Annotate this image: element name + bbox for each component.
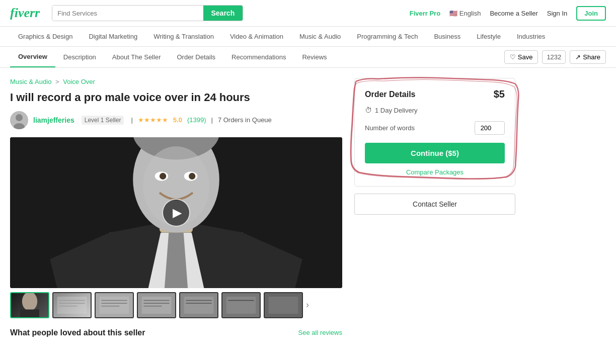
gig-title: I will record a pro male voice over in 2… (10, 90, 342, 105)
tab-recommendations[interactable]: Recommendations (223, 47, 294, 67)
header: fiverr Search Fiverr Pro 🇺🇸 English Beco… (0, 0, 616, 27)
breadcrumb: Music & Audio > Voice Over (10, 78, 342, 85)
order-price: $5 (494, 88, 505, 100)
divider2: | (211, 116, 212, 124)
tab-actions: ♡ Save 1232 ↗ Share (504, 50, 606, 64)
thumbnail-2[interactable] (52, 292, 92, 318)
tab-order-details[interactable]: Order Details (169, 47, 223, 67)
main-nav: Graphics & Design Digital Marketing Writ… (0, 27, 616, 47)
continue-button[interactable]: Continue ($5) (365, 143, 505, 163)
svg-rect-35 (269, 297, 298, 314)
svg-point-16 (22, 292, 37, 311)
heart-icon: ♡ (510, 53, 516, 61)
nav-writing[interactable]: Writing & Translation (145, 27, 222, 46)
svg-point-1 (16, 114, 23, 121)
divider: | (131, 116, 132, 124)
play-icon: ▶ (173, 206, 182, 220)
delivery-info: ⏱ 1 Day Delivery (365, 106, 505, 114)
contact-seller-button[interactable]: Contact Seller (354, 194, 515, 215)
nav-programming[interactable]: Programming & Tech (349, 27, 426, 46)
share-button[interactable]: ↗ Share (570, 50, 606, 64)
seller-name[interactable]: liamjefferies (33, 116, 74, 124)
join-button[interactable]: Join (576, 6, 606, 21)
section-loved: What people loved about this seller See … (10, 328, 342, 337)
header-right: Fiverr Pro 🇺🇸 English Become a Seller Si… (410, 6, 606, 21)
order-card-wrapper: Order Details $5 ⏱ 1 Day Delivery Number… (354, 78, 515, 187)
rating-value: 5.0 (173, 116, 182, 124)
svg-rect-26 (142, 297, 172, 314)
save-count: 1232 (542, 50, 566, 64)
nav-business[interactable]: Business (426, 27, 469, 46)
see-all-reviews[interactable]: See all reviews (298, 329, 342, 336)
svg-rect-22 (100, 297, 129, 314)
thumbnail-3[interactable] (95, 292, 134, 318)
play-button[interactable]: ▶ (162, 199, 190, 227)
svg-rect-33 (226, 297, 256, 314)
nav-video[interactable]: Video & Animation (222, 27, 291, 46)
become-seller-link[interactable]: Become a Seller (490, 10, 537, 17)
delivery-label: 1 Day Delivery (375, 107, 418, 114)
search-bar: Search (52, 5, 243, 21)
svg-point-14 (160, 172, 166, 179)
sign-in-link[interactable]: Sign In (547, 10, 567, 17)
breadcrumb-category[interactable]: Music & Audio (10, 78, 51, 85)
seller-info: liamjefferies Level 1 Seller | ★★★★★ 5.0… (10, 111, 342, 129)
tab-about-seller[interactable]: About The Seller (104, 47, 169, 67)
clock-icon: ⏱ (365, 106, 372, 114)
fiverr-pro-link[interactable]: Fiverr Pro (410, 10, 440, 17)
breadcrumb-subcategory[interactable]: Voice Over (63, 78, 95, 85)
thumbnail-6[interactable] (221, 292, 261, 318)
thumbnail-7[interactable] (264, 292, 303, 318)
order-card-header: Order Details $5 (365, 88, 505, 100)
search-input[interactable] (52, 6, 203, 21)
tab-reviews[interactable]: Reviews (294, 47, 335, 67)
thumbnails: › (10, 292, 342, 318)
breadcrumb-separator: > (55, 78, 61, 85)
star-rating: ★★★★★ (138, 116, 168, 124)
compare-packages-link[interactable]: Compare Packages (365, 168, 505, 176)
main-content: Music & Audio > Voice Over I will record… (0, 68, 616, 337)
order-details-title: Order Details (365, 90, 415, 99)
nav-digital-marketing[interactable]: Digital Marketing (81, 27, 145, 46)
gig-tabs: Overview Description About The Seller Or… (0, 47, 616, 68)
tab-overview[interactable]: Overview (10, 47, 55, 67)
nav-graphics[interactable]: Graphics & Design (10, 27, 81, 46)
share-icon: ↗ (575, 53, 581, 61)
order-card: Order Details $5 ⏱ 1 Day Delivery Number… (354, 78, 515, 187)
loved-title: What people loved about this seller (10, 328, 145, 337)
review-count[interactable]: (1399) (187, 116, 206, 124)
language-selector[interactable]: 🇺🇸 English (449, 10, 481, 17)
words-label: Number of words (365, 124, 415, 132)
thumbnail-1[interactable] (10, 292, 49, 318)
gig-video[interactable]: ▶ (10, 137, 342, 288)
svg-rect-30 (184, 297, 214, 314)
thumbnail-4[interactable] (137, 292, 176, 318)
svg-rect-17 (20, 309, 39, 317)
logo: fiverr (10, 6, 40, 21)
left-column: Music & Audio > Voice Over I will record… (10, 78, 342, 337)
nav-lifestyle[interactable]: Lifestyle (469, 27, 509, 46)
nav-music[interactable]: Music & Audio (291, 27, 349, 46)
seller-level-badge: Level 1 Seller (82, 116, 124, 125)
nav-industries[interactable]: Industries (509, 27, 553, 46)
svg-rect-18 (57, 297, 87, 314)
avatar (10, 111, 28, 129)
words-input[interactable] (475, 121, 505, 135)
search-button[interactable]: Search (203, 6, 243, 21)
tab-description[interactable]: Description (55, 47, 104, 67)
thumbnail-5[interactable] (179, 292, 218, 318)
orders-queue: 7 Orders in Queue (218, 116, 272, 124)
words-row: Number of words (365, 121, 505, 135)
thumbnails-next[interactable]: › (306, 300, 309, 310)
save-button[interactable]: ♡ Save (504, 50, 538, 64)
right-column: Order Details $5 ⏱ 1 Day Delivery Number… (354, 78, 515, 337)
svg-point-15 (189, 172, 195, 179)
